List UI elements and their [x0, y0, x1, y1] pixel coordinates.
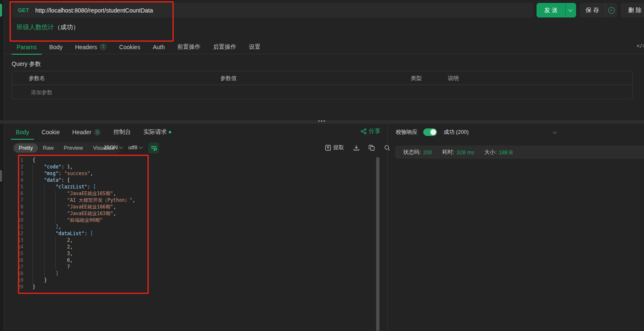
- line-number: 10: [14, 217, 23, 223]
- word-wrap-toggle-button[interactable]: [148, 143, 159, 153]
- line-content: ],: [32, 223, 61, 230]
- indent-guide: [55, 203, 67, 210]
- tab-label: Headers: [75, 44, 97, 50]
- http-method-label[interactable]: GET: [18, 7, 29, 13]
- tab-label: Body: [49, 44, 62, 50]
- response-body-editor[interactable]: 1{2"code": 1,3"msg": "success",4"data": …: [14, 157, 377, 331]
- indent-guide: [44, 217, 56, 223]
- tab-label: Header: [72, 129, 92, 135]
- tab-response-实际请求[interactable]: 实际请求: [143, 125, 171, 139]
- chevron-down-icon: [139, 145, 143, 149]
- save-check-segment[interactable]: ✓: [606, 7, 617, 14]
- line-number: 13: [14, 237, 23, 243]
- indent-guide: [44, 210, 56, 217]
- send-options-caret[interactable]: [566, 9, 576, 12]
- tab-request-headers[interactable]: Headers7: [75, 40, 107, 54]
- tab-label: 后置操作: [213, 43, 236, 51]
- tab-response-cookie[interactable]: Cookie: [42, 125, 60, 139]
- tab-label: Params: [17, 44, 37, 50]
- sidebar-active-indicator: [0, 4, 2, 17]
- share-button[interactable]: 分享: [361, 128, 380, 135]
- tab-response-header[interactable]: Header5: [72, 125, 101, 139]
- indent-guide: [55, 217, 67, 223]
- line-number: 17: [14, 263, 23, 270]
- copy-icon: [369, 145, 375, 151]
- line-content: "code": 1,: [32, 163, 73, 170]
- view-mode-raw[interactable]: Raw: [38, 143, 59, 153]
- indent-guide: [44, 223, 56, 230]
- indent-guide: [32, 243, 44, 250]
- share-nodes-icon: [361, 128, 367, 134]
- indent-guide: [44, 190, 56, 197]
- validation-result-text: 成功 (200): [444, 128, 469, 136]
- encoding-dropdown[interactable]: utf8: [128, 144, 143, 150]
- request-url-bar[interactable]: GET http://localhost:8080/report/student…: [12, 3, 534, 18]
- stat-value: 200: [423, 149, 432, 155]
- view-mode-preview[interactable]: Preview: [59, 143, 88, 153]
- tab-response-控制台[interactable]: 控制台: [113, 125, 131, 139]
- horizontal-splitter-handle[interactable]: •••: [0, 120, 644, 124]
- send-button[interactable]: 发 送: [537, 3, 576, 18]
- line-number: 5: [14, 183, 23, 190]
- tab-label: Body: [16, 129, 29, 135]
- line-content: 2,: [32, 237, 73, 243]
- response-status-bar: 状态码:200耗时:328 ms大小:188 B: [395, 145, 644, 159]
- download-button[interactable]: [353, 145, 359, 151]
- tab-count-badge: 7: [100, 43, 107, 50]
- indent-guide: [44, 243, 56, 250]
- code-line-10: 10"前端就业90期": [14, 217, 377, 223]
- chevron-down-icon[interactable]: [553, 130, 557, 134]
- indent-guide: [44, 263, 56, 270]
- indent-guide: [32, 223, 44, 230]
- tab-request-设置[interactable]: 设置: [249, 40, 260, 54]
- line-number: 14: [14, 243, 23, 250]
- line-number: 11: [14, 223, 23, 230]
- view-mode-pretty[interactable]: Pretty: [14, 143, 38, 153]
- code-line-19: 19}: [14, 277, 377, 283]
- indent-guide: [32, 190, 44, 197]
- add-param-row[interactable]: 添加参数: [12, 85, 632, 99]
- extract-button[interactable]: 提取: [325, 144, 344, 151]
- line-content: 6,: [32, 257, 73, 263]
- tab-request-cookies[interactable]: Cookies: [119, 40, 140, 54]
- format-dropdown[interactable]: JSON: [103, 144, 123, 150]
- tab-label: Auth: [153, 44, 165, 50]
- indent-guide: [55, 210, 67, 217]
- tab-request-body[interactable]: Body: [49, 40, 62, 54]
- tab-request-后置操作[interactable]: 后置操作: [213, 40, 236, 54]
- validate-response-toggle[interactable]: [423, 128, 437, 136]
- response-stat: 状态码:200: [403, 148, 432, 156]
- params-column-header: 参数名: [29, 75, 45, 82]
- code-line-20: 20}: [14, 283, 377, 290]
- stat-label: 大小:: [484, 148, 497, 156]
- indent-guide: [55, 243, 67, 250]
- code-line-16: 166,: [14, 257, 377, 263]
- indent-guide: [44, 230, 56, 237]
- code-view-icon[interactable]: </>: [637, 43, 644, 49]
- tab-response-body[interactable]: Body: [16, 125, 29, 139]
- line-content: "JavaEE就业166期",: [32, 203, 116, 210]
- request-url-input[interactable]: http://localhost:8080/report/studentCoun…: [35, 7, 153, 14]
- indent-guide: [55, 257, 67, 263]
- editor-vertical-scrollbar[interactable]: [376, 157, 379, 331]
- code-line-14: 142,: [14, 243, 377, 250]
- indent-guide: [32, 163, 44, 170]
- tab-request-auth[interactable]: Auth: [153, 40, 165, 54]
- share-label: 分享: [369, 128, 380, 135]
- indent-guide: [32, 257, 44, 263]
- tab-request-前置操作[interactable]: 前置操作: [177, 40, 200, 54]
- params-column-header: 说明: [448, 75, 459, 82]
- line-content: 2,: [32, 243, 73, 250]
- code-line-3: 3"msg": "success",: [14, 170, 377, 177]
- save-button[interactable]: 保 存 ✓: [579, 3, 617, 18]
- delete-button[interactable]: 删 除: [621, 3, 644, 18]
- indent-guide: [55, 263, 67, 270]
- copy-button[interactable]: [369, 145, 375, 151]
- line-content: "前端就业90期": [32, 217, 102, 223]
- add-param-label[interactable]: 添加参数: [31, 89, 52, 96]
- query-params-section-title: Query 参数: [12, 60, 41, 68]
- indent-guide: [44, 257, 56, 263]
- tab-request-params[interactable]: Params: [17, 40, 37, 54]
- line-content: }: [32, 283, 35, 290]
- line-number: 2: [14, 163, 23, 170]
